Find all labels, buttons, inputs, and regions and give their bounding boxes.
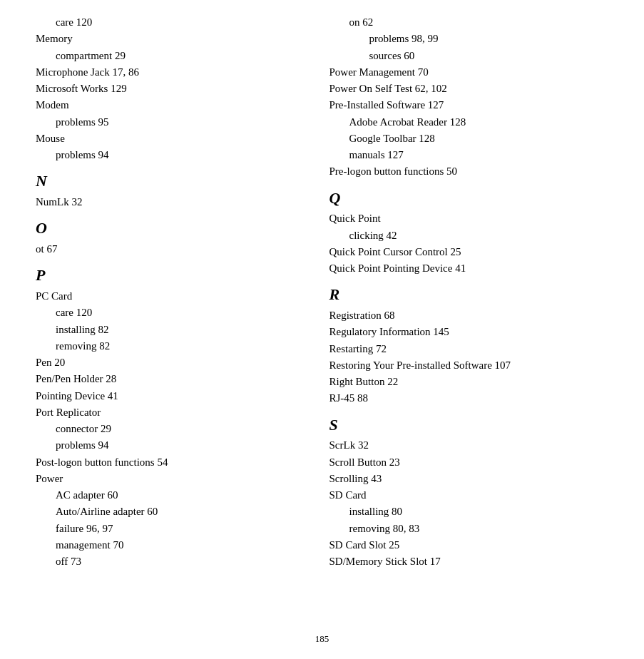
index-entry: on 62 — [329, 14, 609, 31]
right-column: on 62problems 98, 99sources 60Power Mana… — [322, 14, 616, 570]
index-entry: NumLk 32 — [36, 194, 315, 210]
index-entry: RJ-45 88 — [329, 390, 609, 407]
index-entry: Microphone Jack 17, 86 — [36, 64, 315, 81]
index-entry: care 120 — [36, 14, 315, 31]
index-entry: Power — [36, 471, 315, 487]
index-entry: N — [36, 170, 315, 193]
index-entry: Quick Point Cursor Control 25 — [329, 244, 609, 260]
index-entry: S — [329, 414, 609, 436]
index-entry: failure 96, 97 — [36, 521, 315, 537]
index-entry: Memory — [36, 31, 315, 47]
index-entry: Mouse — [36, 131, 315, 147]
index-entry: off 73 — [36, 553, 315, 570]
index-entry: care 120 — [36, 305, 315, 321]
index-entry: Microsoft Works 129 — [36, 81, 315, 97]
index-entry: O — [36, 218, 315, 240]
index-entry: Quick Point — [329, 210, 609, 227]
index-entry: ot 67 — [36, 241, 315, 257]
index-entry: SD Card Slot 25 — [329, 537, 609, 553]
index-entry: Pointing Device 41 — [36, 388, 315, 404]
index-entry: Google Toolbar 128 — [329, 131, 609, 147]
index-entry: P — [36, 265, 315, 287]
columns-wrapper: care 120Memorycompartment 29Microphone J… — [29, 14, 615, 570]
index-entry: Pen/Pen Holder 28 — [36, 371, 315, 387]
page-number: 185 — [315, 633, 329, 644]
index-entry: Quick Point Pointing Device 41 — [329, 260, 609, 277]
index-entry: Power Management 70 — [329, 64, 609, 81]
index-entry: Scroll Button 23 — [329, 454, 609, 471]
page-container: care 120Memorycompartment 29Microphone J… — [0, 0, 644, 659]
index-entry: Pen 20 — [36, 354, 315, 371]
index-entry: connector 29 — [36, 421, 315, 437]
index-entry: installing 82 — [36, 322, 315, 338]
index-entry: AC adapter 60 — [36, 487, 315, 504]
index-entry: Post-logon button functions 54 — [36, 454, 315, 471]
index-entry: manuals 127 — [329, 147, 609, 163]
index-entry: removing 80, 83 — [329, 521, 609, 537]
page-number-footer: 185 — [0, 633, 644, 645]
index-entry: Auto/Airline adapter 60 — [36, 504, 315, 520]
index-entry: Adobe Acrobat Reader 128 — [329, 114, 609, 131]
index-entry: SD/Memory Stick Slot 17 — [329, 553, 609, 570]
index-entry: problems 95 — [36, 114, 315, 131]
index-entry: Port Replicator — [36, 404, 315, 421]
index-entry: Restoring Your Pre-installed Software 10… — [329, 357, 609, 374]
index-entry: removing 82 — [36, 338, 315, 354]
index-entry: Q — [329, 188, 609, 210]
index-entry: compartment 29 — [36, 48, 315, 64]
index-entry: Regulatory Information 145 — [329, 324, 609, 340]
index-entry: Pre-logon button functions 50 — [329, 163, 609, 180]
index-entry: Scrolling 43 — [329, 471, 609, 487]
index-entry: Modem — [36, 97, 315, 113]
index-entry: Restarting 72 — [329, 341, 609, 357]
left-column: care 120Memorycompartment 29Microphone J… — [29, 14, 322, 570]
index-entry: Pre-Installed Software 127 — [329, 97, 609, 113]
index-entry: installing 80 — [329, 504, 609, 520]
index-entry: problems 94 — [36, 437, 315, 454]
index-entry: sources 60 — [329, 48, 609, 64]
index-entry: ScrLk 32 — [329, 437, 609, 454]
index-entry: problems 98, 99 — [329, 31, 609, 47]
index-entry: PC Card — [36, 288, 315, 305]
index-entry: R — [329, 284, 609, 306]
index-entry: management 70 — [36, 537, 315, 553]
index-entry: Right Button 22 — [329, 374, 609, 390]
index-entry: problems 94 — [36, 147, 315, 163]
index-entry: SD Card — [329, 487, 609, 504]
index-entry: Registration 68 — [329, 307, 609, 324]
index-entry: clicking 42 — [329, 228, 609, 244]
index-entry: Power On Self Test 62, 102 — [329, 81, 609, 97]
